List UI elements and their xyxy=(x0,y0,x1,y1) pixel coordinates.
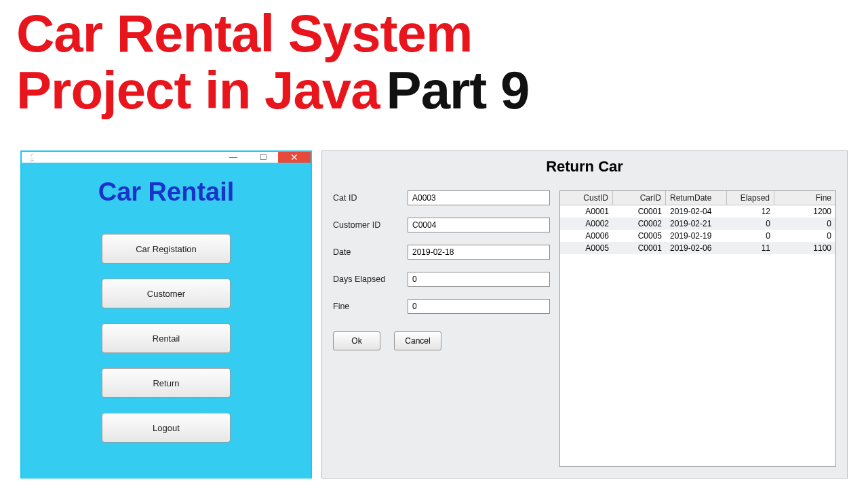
headline-line1: Car Rental System xyxy=(16,7,852,60)
headline-line2-black: Part 9 xyxy=(387,64,530,117)
ok-button[interactable]: Ok xyxy=(333,331,380,350)
td-carid: C0002 xyxy=(613,218,666,230)
td-fine: 0 xyxy=(774,230,835,242)
return-form: Cat ID Customer ID Date Days Elapsed Fin… xyxy=(333,190,550,467)
days-elapsed-label: Days Elapsed xyxy=(333,274,408,284)
cat-id-label: Cat ID xyxy=(333,193,408,203)
customer-id-input[interactable] xyxy=(408,218,550,232)
return-car-title: Return Car xyxy=(333,158,836,176)
window-titlebar: — ☐ ✕ xyxy=(22,152,311,163)
td-carid: C0001 xyxy=(613,205,666,218)
td-carid: C0005 xyxy=(613,230,666,242)
fine-label: Fine xyxy=(333,302,408,311)
maximize-button[interactable]: ☐ xyxy=(248,152,278,163)
java-icon xyxy=(26,152,37,163)
headline-line2-red: Project in Java xyxy=(16,64,380,117)
table-row[interactable]: A0002C00022019-02-2100 xyxy=(560,218,835,230)
td-custid: A0001 xyxy=(560,205,613,218)
th-carid[interactable]: CarID xyxy=(613,191,666,205)
th-fine[interactable]: Fine xyxy=(774,191,835,205)
minimize-button[interactable]: — xyxy=(218,152,248,163)
car-registration-button[interactable]: Car Registation xyxy=(102,234,231,264)
close-button[interactable]: ✕ xyxy=(278,152,311,163)
table-header: CustID CarID ReturnDate Elapsed Fine xyxy=(560,191,835,205)
return-table[interactable]: CustID CarID ReturnDate Elapsed Fine A00… xyxy=(559,190,836,467)
days-elapsed-input[interactable] xyxy=(408,272,550,287)
td-elapsed: 0 xyxy=(727,218,774,230)
th-returndate[interactable]: ReturnDate xyxy=(666,191,727,205)
date-input[interactable] xyxy=(408,245,550,260)
td-fine: 0 xyxy=(774,218,835,230)
td-fine: 1100 xyxy=(774,242,835,254)
th-elapsed[interactable]: Elapsed xyxy=(727,191,774,205)
customer-id-label: Customer ID xyxy=(333,220,408,230)
logout-button[interactable]: Logout xyxy=(102,413,231,443)
fine-input[interactable] xyxy=(408,299,550,314)
headline: Car Rental System Project in Java Part 9 xyxy=(16,7,852,117)
td-elapsed: 12 xyxy=(727,205,774,218)
td-returndate: 2019-02-21 xyxy=(666,218,727,230)
th-custid[interactable]: CustID xyxy=(560,191,613,205)
date-label: Date xyxy=(333,247,408,257)
td-returndate: 2019-02-19 xyxy=(666,230,727,242)
cat-id-input[interactable] xyxy=(408,190,550,205)
return-button[interactable]: Return xyxy=(102,368,231,398)
menu-window: — ☐ ✕ Car Rentail Car Registation Custom… xyxy=(20,150,312,479)
return-car-panel: Return Car Cat ID Customer ID Date Days … xyxy=(321,150,848,479)
window-controls: — ☐ ✕ xyxy=(218,152,311,163)
td-custid: A0005 xyxy=(560,242,613,254)
table-row[interactable]: A0001C00012019-02-04121200 xyxy=(560,205,835,218)
customer-button[interactable]: Customer xyxy=(102,279,231,308)
td-custid: A0006 xyxy=(560,230,613,242)
td-elapsed: 11 xyxy=(727,242,774,254)
td-returndate: 2019-02-04 xyxy=(666,205,727,218)
rental-button[interactable]: Rentail xyxy=(102,323,231,353)
td-custid: A0002 xyxy=(560,218,613,230)
td-returndate: 2019-02-06 xyxy=(666,242,727,254)
td-elapsed: 0 xyxy=(727,230,774,242)
app-title: Car Rentail xyxy=(98,178,235,207)
table-row[interactable]: A0005C00012019-02-06111100 xyxy=(560,242,835,254)
table-row[interactable]: A0006C00052019-02-1900 xyxy=(560,230,835,242)
td-carid: C0001 xyxy=(613,242,666,254)
td-fine: 1200 xyxy=(774,205,835,218)
cancel-button[interactable]: Cancel xyxy=(394,331,441,350)
